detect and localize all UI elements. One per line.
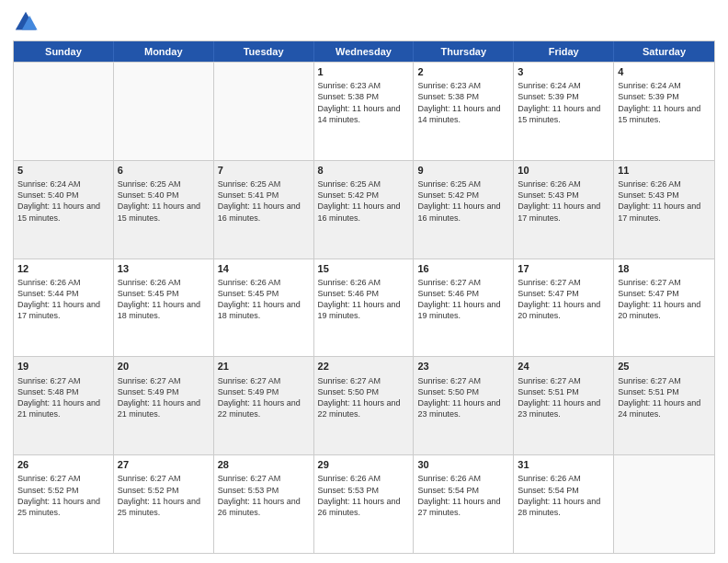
cal-cell (614, 455, 714, 553)
day-number: 24 (518, 360, 609, 373)
cell-text: Sunrise: 6:26 AMSunset: 5:54 PMDaylight:… (417, 473, 509, 518)
page: SundayMondayTuesdayWednesdayThursdayFrid… (0, 0, 728, 563)
day-number: 27 (118, 458, 210, 471)
cal-cell: 16Sunrise: 6:27 AMSunset: 5:46 PMDayligh… (414, 259, 514, 357)
header-day-sunday: Sunday (14, 41, 114, 62)
day-number: 2 (417, 65, 509, 78)
cal-cell: 6Sunrise: 6:25 AMSunset: 5:40 PMDaylight… (114, 161, 214, 259)
day-number: 23 (417, 360, 509, 373)
cell-text: Sunrise: 6:24 AMSunset: 5:40 PMDaylight:… (17, 178, 109, 224)
cal-cell: 31Sunrise: 6:26 AMSunset: 5:54 PMDayligh… (514, 455, 614, 553)
day-number: 28 (218, 458, 310, 471)
day-number: 7 (218, 164, 310, 177)
cal-cell: 25Sunrise: 6:27 AMSunset: 5:51 PMDayligh… (614, 357, 714, 454)
cal-cell: 12Sunrise: 6:26 AMSunset: 5:44 PMDayligh… (14, 259, 114, 357)
cal-cell: 27Sunrise: 6:27 AMSunset: 5:52 PMDayligh… (114, 455, 214, 553)
cell-text: Sunrise: 6:27 AMSunset: 5:52 PMDaylight:… (118, 473, 210, 518)
cell-text: Sunrise: 6:27 AMSunset: 5:53 PMDaylight:… (218, 473, 310, 518)
cell-text: Sunrise: 6:27 AMSunset: 5:47 PMDaylight:… (618, 277, 711, 322)
cell-text: Sunrise: 6:23 AMSunset: 5:38 PMDaylight:… (318, 80, 410, 125)
cal-cell: 18Sunrise: 6:27 AMSunset: 5:47 PMDayligh… (614, 259, 714, 357)
cell-text: Sunrise: 6:24 AMSunset: 5:39 PMDaylight:… (518, 80, 609, 125)
cal-cell: 29Sunrise: 6:26 AMSunset: 5:53 PMDayligh… (314, 455, 415, 553)
cal-cell: 23Sunrise: 6:27 AMSunset: 5:50 PMDayligh… (414, 357, 514, 454)
cal-cell: 9Sunrise: 6:25 AMSunset: 5:42 PMDaylight… (414, 161, 514, 259)
cal-cell: 28Sunrise: 6:27 AMSunset: 5:53 PMDayligh… (214, 455, 314, 553)
cell-text: Sunrise: 6:25 AMSunset: 5:42 PMDaylight:… (318, 178, 410, 224)
cell-text: Sunrise: 6:27 AMSunset: 5:49 PMDaylight:… (218, 375, 310, 420)
calendar: SundayMondayTuesdayWednesdayThursdayFrid… (13, 40, 715, 554)
day-number: 15 (318, 262, 410, 275)
cell-text: Sunrise: 6:25 AMSunset: 5:41 PMDaylight:… (218, 178, 310, 224)
cal-cell (14, 63, 114, 160)
cal-cell (114, 63, 214, 160)
cell-text: Sunrise: 6:25 AMSunset: 5:40 PMDaylight:… (118, 178, 210, 224)
cell-text: Sunrise: 6:27 AMSunset: 5:52 PMDaylight:… (17, 473, 109, 518)
cell-text: Sunrise: 6:26 AMSunset: 5:53 PMDaylight:… (318, 473, 410, 518)
cal-cell: 13Sunrise: 6:26 AMSunset: 5:45 PMDayligh… (114, 259, 214, 357)
week-row-3: 12Sunrise: 6:26 AMSunset: 5:44 PMDayligh… (14, 259, 714, 357)
day-number: 20 (118, 360, 210, 373)
cal-cell: 21Sunrise: 6:27 AMSunset: 5:49 PMDayligh… (214, 357, 314, 454)
cal-cell: 4Sunrise: 6:24 AMSunset: 5:39 PMDaylight… (614, 63, 714, 160)
cell-text: Sunrise: 6:26 AMSunset: 5:43 PMDaylight:… (618, 178, 711, 224)
day-number: 18 (618, 262, 711, 275)
logo-icon (13, 9, 39, 35)
cell-text: Sunrise: 6:26 AMSunset: 5:45 PMDaylight:… (118, 277, 210, 322)
week-row-1: 1Sunrise: 6:23 AMSunset: 5:38 PMDaylight… (14, 62, 714, 160)
cal-cell: 20Sunrise: 6:27 AMSunset: 5:49 PMDayligh… (114, 357, 214, 454)
cell-text: Sunrise: 6:27 AMSunset: 5:49 PMDaylight:… (118, 375, 210, 420)
cal-cell: 24Sunrise: 6:27 AMSunset: 5:51 PMDayligh… (514, 357, 614, 454)
header-day-thursday: Thursday (414, 41, 514, 62)
day-number: 17 (518, 262, 609, 275)
day-number: 8 (318, 164, 410, 177)
cell-text: Sunrise: 6:26 AMSunset: 5:43 PMDaylight:… (518, 178, 609, 224)
day-number: 21 (218, 360, 310, 373)
cal-cell: 17Sunrise: 6:27 AMSunset: 5:47 PMDayligh… (514, 259, 614, 357)
cell-text: Sunrise: 6:25 AMSunset: 5:42 PMDaylight:… (417, 178, 509, 224)
cal-cell: 10Sunrise: 6:26 AMSunset: 5:43 PMDayligh… (514, 161, 614, 259)
cell-text: Sunrise: 6:27 AMSunset: 5:46 PMDaylight:… (417, 277, 509, 322)
cell-text: Sunrise: 6:26 AMSunset: 5:46 PMDaylight:… (318, 277, 410, 322)
day-number: 12 (17, 262, 109, 275)
day-number: 4 (618, 65, 711, 78)
day-number: 29 (318, 458, 410, 471)
cell-text: Sunrise: 6:27 AMSunset: 5:51 PMDaylight:… (518, 375, 609, 420)
cal-cell (214, 63, 314, 160)
day-number: 9 (417, 164, 509, 177)
cell-text: Sunrise: 6:27 AMSunset: 5:47 PMDaylight:… (518, 277, 609, 322)
day-number: 1 (318, 65, 410, 78)
day-number: 3 (518, 65, 609, 78)
cal-cell: 19Sunrise: 6:27 AMSunset: 5:48 PMDayligh… (14, 357, 114, 454)
logo (13, 9, 42, 35)
header-day-monday: Monday (114, 41, 214, 62)
cell-text: Sunrise: 6:23 AMSunset: 5:38 PMDaylight:… (417, 80, 509, 125)
day-number: 6 (118, 164, 210, 177)
cal-cell: 5Sunrise: 6:24 AMSunset: 5:40 PMDaylight… (14, 161, 114, 259)
day-number: 25 (618, 360, 711, 373)
day-number: 30 (417, 458, 509, 471)
cal-cell: 1Sunrise: 6:23 AMSunset: 5:38 PMDaylight… (314, 63, 415, 160)
cal-cell: 8Sunrise: 6:25 AMSunset: 5:42 PMDaylight… (314, 161, 415, 259)
day-number: 14 (218, 262, 310, 275)
day-number: 5 (17, 164, 109, 177)
cell-text: Sunrise: 6:27 AMSunset: 5:50 PMDaylight:… (417, 375, 509, 420)
header-day-tuesday: Tuesday (214, 41, 314, 62)
header-day-wednesday: Wednesday (314, 41, 415, 62)
week-row-5: 26Sunrise: 6:27 AMSunset: 5:52 PMDayligh… (14, 454, 714, 553)
day-number: 31 (518, 458, 609, 471)
day-number: 19 (17, 360, 109, 373)
calendar-body: 1Sunrise: 6:23 AMSunset: 5:38 PMDaylight… (14, 62, 714, 553)
cell-text: Sunrise: 6:27 AMSunset: 5:51 PMDaylight:… (618, 375, 711, 420)
cal-cell: 14Sunrise: 6:26 AMSunset: 5:45 PMDayligh… (214, 259, 314, 357)
week-row-4: 19Sunrise: 6:27 AMSunset: 5:48 PMDayligh… (14, 356, 714, 454)
calendar-header-row: SundayMondayTuesdayWednesdayThursdayFrid… (14, 41, 714, 62)
cal-cell: 11Sunrise: 6:26 AMSunset: 5:43 PMDayligh… (614, 161, 714, 259)
header-day-friday: Friday (514, 41, 614, 62)
header (13, 9, 715, 35)
day-number: 26 (17, 458, 109, 471)
cell-text: Sunrise: 6:27 AMSunset: 5:50 PMDaylight:… (318, 375, 410, 420)
cell-text: Sunrise: 6:27 AMSunset: 5:48 PMDaylight:… (17, 375, 109, 420)
cell-text: Sunrise: 6:26 AMSunset: 5:54 PMDaylight:… (518, 473, 609, 518)
day-number: 10 (518, 164, 609, 177)
